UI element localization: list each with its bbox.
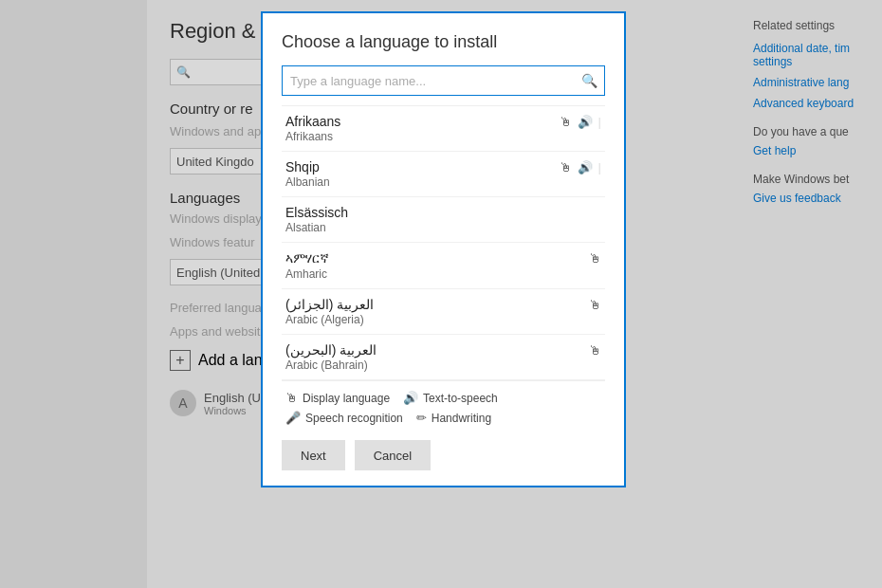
language-search-wrap: 🔍	[282, 65, 605, 96]
legend-tts: 🔊 Text-to-speech	[403, 391, 498, 405]
display-lang-legend-label: Display language	[303, 392, 390, 405]
dialog-footer: Next Cancel	[282, 440, 605, 470]
lang-name-afrikaans: Afrikaans	[285, 114, 340, 129]
legend-speech: 🎤 Speech recognition	[285, 411, 403, 425]
lang-subname-alsatian: Alsatian	[285, 221, 601, 234]
display-lang-icon-amharic: 🖱	[589, 251, 601, 266]
lang-icons-afrikaans: 🖱 🔊 |	[560, 115, 601, 129]
lang-icons-arabic-algeria: 🖱	[589, 298, 601, 312]
next-button[interactable]: Next	[282, 440, 345, 470]
language-search-input[interactable]	[282, 65, 605, 96]
display-lang-icon-arabic-algeria: 🖱	[589, 298, 601, 312]
legend-handwriting: ✏ Handwriting	[416, 411, 491, 425]
speech-legend-icon: 🎤	[285, 411, 301, 425]
lang-subname-shqip: Albanian	[285, 175, 601, 189]
tts-icon-shqip: 🔊	[578, 160, 593, 175]
lang-item-arabic-bahrain[interactable]: العربية (البحرين) 🖱 Arabic (Bahrain)	[282, 335, 605, 380]
lang-icons-arabic-bahrain: 🖱	[589, 343, 601, 358]
lang-item-amharic[interactable]: ኣምሃርኛ 🖱 Amharic	[282, 243, 605, 289]
lang-item-shqip[interactable]: Shqip 🖱 🔊 | Albanian	[282, 152, 605, 197]
lang-subname-arabic-bahrain: Arabic (Bahrain)	[285, 358, 601, 372]
cancel-button[interactable]: Cancel	[355, 440, 431, 470]
lang-subname-amharic: Amharic	[285, 267, 601, 281]
display-lang-icon-arabic-bahrain: 🖱	[589, 343, 601, 358]
lang-subname-afrikaans: Afrikaans	[285, 130, 601, 143]
lang-name-shqip: Shqip	[285, 159, 320, 175]
language-list: Afrikaans 🖱 🔊 | Afrikaans Shqip 🖱 🔊 | Al…	[282, 105, 605, 380]
display-lang-icon-shqip: 🖱	[560, 160, 572, 175]
speech-legend-label: Speech recognition	[305, 412, 403, 425]
handwriting-legend-icon: ✏	[416, 411, 427, 425]
lang-icons-amharic: 🖱	[589, 251, 601, 266]
lang-name-arabic-algeria: العربية (الجزائر)	[285, 297, 374, 312]
lang-name-alsatian: Elsässisch	[285, 205, 348, 220]
lang-name-arabic-bahrain: العربية (البحرين)	[285, 342, 377, 358]
handwriting-legend-label: Handwriting	[432, 412, 491, 425]
search-icon: 🔍	[581, 73, 597, 88]
display-lang-icon-afrikaans: 🖱	[560, 115, 572, 129]
legend-row: 🖱 Display language 🔊 Text-to-speech 🎤 Sp…	[282, 380, 605, 429]
choose-language-dialog: Choose a language to install 🔍 Afrikaans…	[261, 11, 626, 487]
lang-item-alsatian[interactable]: Elsässisch Alsatian	[282, 197, 605, 243]
lang-icons-shqip: 🖱 🔊 |	[560, 160, 601, 175]
display-lang-legend-icon: 🖱	[285, 391, 298, 405]
legend-display: 🖱 Display language	[285, 391, 390, 405]
tts-legend-label: Text-to-speech	[423, 392, 498, 405]
lang-item-afrikaans[interactable]: Afrikaans 🖱 🔊 | Afrikaans	[282, 106, 605, 152]
tts-legend-icon: 🔊	[403, 391, 418, 405]
lang-name-amharic: ኣምሃርኛ	[285, 250, 329, 266]
tts-icon-afrikaans: 🔊	[578, 115, 593, 129]
dialog-title: Choose a language to install	[282, 32, 605, 52]
lang-item-arabic-algeria[interactable]: العربية (الجزائر) 🖱 Arabic (Algeria)	[282, 289, 605, 335]
lang-subname-arabic-algeria: Arabic (Algeria)	[285, 313, 601, 326]
